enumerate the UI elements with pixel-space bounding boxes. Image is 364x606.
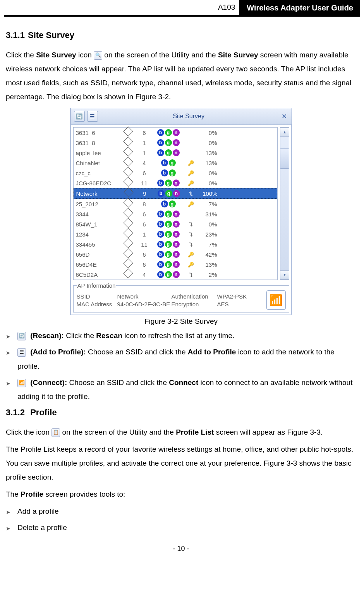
network-row[interactable]: 3631_66bgn0% bbox=[74, 128, 277, 138]
network-row[interactable]: JCG-86ED2C11bgn🔑0% bbox=[74, 178, 277, 188]
icon-description-list: ➤ 🔄 (Rescan): Click the Rescan icon to r… bbox=[6, 329, 356, 403]
network-row[interactable]: 12341bgn⇅23% bbox=[74, 229, 277, 239]
bullet-icon: ➤ bbox=[6, 378, 10, 389]
scrollbar[interactable]: ▴ ▾ bbox=[280, 127, 289, 280]
window-title: Site Survey bbox=[100, 113, 277, 120]
channel-cell: 6 bbox=[138, 261, 151, 268]
mode-b-icon: b bbox=[157, 180, 164, 186]
signal-cell: 31% bbox=[196, 211, 217, 218]
signal-cell: 42% bbox=[196, 251, 217, 258]
mode-badges: bgn bbox=[151, 180, 186, 186]
network-list: 3631_66bgn0%3631_81bgn0%apple_lee1bgn13%… bbox=[73, 127, 278, 280]
mode-g-icon: g bbox=[165, 261, 172, 268]
security-cell: 🔑 bbox=[186, 201, 196, 207]
ssid-cell: 334455 bbox=[76, 241, 118, 248]
network-row[interactable]: 656D4E6bgn🔑13% bbox=[74, 259, 277, 269]
mode-g-icon: g bbox=[165, 190, 172, 197]
close-button[interactable]: × bbox=[280, 111, 288, 121]
network-row[interactable]: czc_c6bg🔑0% bbox=[74, 168, 277, 178]
scroll-down-button[interactable]: ▾ bbox=[280, 270, 289, 280]
signal-cell: 13% bbox=[196, 160, 217, 166]
channel-cell: 4 bbox=[138, 271, 151, 278]
channel-cell: 9 bbox=[138, 190, 151, 197]
add-profile-button[interactable]: ☰ bbox=[87, 111, 98, 122]
ap-information-panel: AP Information SSID Network MAC Address … bbox=[73, 282, 289, 312]
enc-label: Encryption bbox=[172, 301, 217, 307]
signal-cell: 13% bbox=[196, 150, 217, 156]
channel-cell: 6 bbox=[138, 211, 151, 218]
mode-n-icon: n bbox=[173, 271, 180, 278]
network-row[interactable]: 33446bgn31% bbox=[74, 209, 277, 219]
mode-g-icon: g bbox=[165, 231, 172, 238]
network-row[interactable]: 25_20128bg🔑7% bbox=[74, 199, 277, 209]
ssid-cell: 25_2012 bbox=[76, 201, 118, 207]
network-row[interactable]: ChinaNet4bg🔑13% bbox=[74, 158, 277, 168]
mode-g-icon: g bbox=[165, 139, 172, 146]
network-row[interactable]: 6C5D2A4bgn⇅2% bbox=[74, 269, 277, 280]
signal-cell: 0% bbox=[196, 170, 217, 176]
mode-b-icon: b bbox=[157, 139, 164, 146]
signal-cell: 0% bbox=[196, 221, 217, 228]
mode-g-icon: g bbox=[165, 221, 172, 228]
channel-cell: 8 bbox=[138, 201, 151, 207]
network-row[interactable]: 33445511bgn⇅7% bbox=[74, 239, 277, 249]
network-row[interactable]: 854W_16bgn⇅0% bbox=[74, 219, 277, 229]
mode-n-icon: n bbox=[173, 190, 180, 197]
network-row[interactable]: apple_lee1bgn13% bbox=[74, 148, 277, 158]
type-cell bbox=[118, 240, 138, 249]
scroll-thumb[interactable] bbox=[280, 148, 289, 169]
list-item: Delete a profile bbox=[17, 521, 356, 535]
type-cell bbox=[118, 129, 138, 137]
signal-cell: 2% bbox=[196, 271, 217, 278]
mode-n-icon: n bbox=[173, 149, 180, 156]
mode-n-icon: n bbox=[173, 261, 180, 268]
security-cell: ⇅ bbox=[186, 221, 196, 227]
ssid-cell: Network bbox=[76, 190, 119, 197]
channel-cell: 6 bbox=[138, 129, 151, 136]
mode-badges: bg bbox=[151, 200, 186, 207]
signal-cell: 23% bbox=[196, 231, 217, 238]
rescan-button[interactable]: 🔄 bbox=[74, 111, 85, 122]
auth-value: WPA2-PSK bbox=[217, 293, 247, 300]
rescan-icon: 🔄 bbox=[17, 332, 26, 340]
enc-value: AES bbox=[217, 301, 229, 307]
security-cell: 🔑 bbox=[186, 262, 196, 268]
mode-b-icon: b bbox=[161, 200, 168, 207]
ssid-cell: ChinaNet bbox=[76, 160, 118, 166]
mode-n-icon: n bbox=[173, 231, 180, 238]
connect-button[interactable]: 📶 bbox=[266, 290, 286, 310]
network-row[interactable]: 3631_81bgn0% bbox=[74, 138, 277, 148]
mode-g-icon: g bbox=[165, 271, 172, 278]
scroll-up-button[interactable]: ▴ bbox=[280, 128, 289, 137]
mode-b-icon: b bbox=[157, 149, 164, 156]
mode-n-icon: n bbox=[173, 221, 180, 228]
channel-cell: 11 bbox=[138, 180, 151, 186]
bullet-icon: ➤ bbox=[6, 523, 10, 534]
mode-badges: bgn bbox=[151, 231, 186, 238]
ssid-value: Network bbox=[117, 293, 139, 300]
mode-badges: bgn bbox=[151, 221, 186, 228]
ssid-cell: 6C5D2A bbox=[76, 271, 118, 278]
mode-g-icon: g bbox=[165, 211, 172, 218]
signal-cell: 7% bbox=[196, 241, 217, 248]
ssid-label: SSID bbox=[77, 293, 117, 300]
mode-badges: bgn bbox=[151, 251, 186, 258]
signal-cell: 100% bbox=[196, 190, 218, 197]
mode-g-icon: g bbox=[169, 159, 176, 166]
ssid-cell: 854W_1 bbox=[76, 221, 118, 228]
mode-badges: bgn bbox=[151, 190, 186, 197]
network-row[interactable]: 656D6bgn🔑42% bbox=[74, 249, 277, 259]
security-cell: 🔑 bbox=[186, 252, 196, 257]
mode-b-icon: b bbox=[157, 211, 164, 218]
channel-cell: 1 bbox=[138, 140, 151, 146]
type-cell bbox=[118, 169, 138, 177]
network-row[interactable]: Network9bgn⇅100% bbox=[74, 188, 277, 199]
mode-badges: bgn bbox=[151, 149, 186, 156]
page-header: A103 Wireless Adapter User Guide bbox=[4, 0, 360, 17]
ssid-cell: 3631_6 bbox=[76, 129, 118, 136]
signal-cell: 0% bbox=[196, 180, 217, 186]
mode-n-icon: n bbox=[173, 139, 180, 146]
auth-label: Authentication bbox=[172, 293, 217, 300]
channel-cell: 6 bbox=[138, 221, 151, 228]
security-cell: 🔑 bbox=[186, 160, 196, 166]
